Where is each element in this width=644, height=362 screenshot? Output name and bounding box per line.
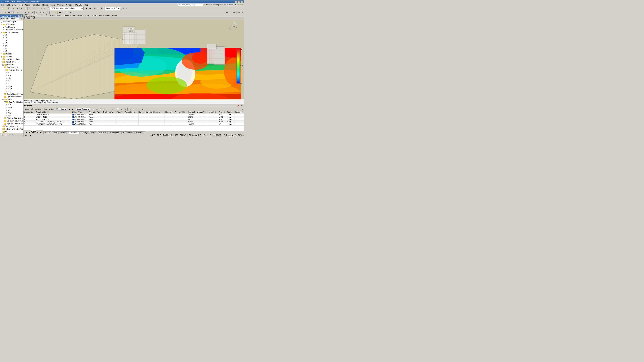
maximize-button[interactable]: □ bbox=[238, 0, 240, 3]
menu-cad-bim[interactable]: CAD-BIM bbox=[74, 4, 83, 6]
tree-uD[interactable]: uD bbox=[2, 34, 23, 36]
tb-prev-obj[interactable]: ◀ bbox=[68, 107, 71, 111]
pg-prev[interactable]: ◀ bbox=[28, 130, 31, 134]
tree-contact-stress[interactable]: Contact Stresses bbox=[2, 125, 23, 128]
toggle-static[interactable]: − bbox=[1, 21, 2, 23]
tb2-i[interactable]: ◯ bbox=[62, 11, 65, 14]
structure-dropdown[interactable]: Structure bbox=[56, 108, 67, 110]
menu-assign[interactable]: Assign bbox=[24, 4, 31, 6]
tree-local-def[interactable]: Local Deformations bbox=[2, 58, 23, 61]
th-mass[interactable]: Mass M [t] bbox=[208, 111, 218, 113]
tb2-solid[interactable]: 🔲 bbox=[11, 11, 14, 14]
tb-next-obj[interactable]: ▶ bbox=[71, 107, 74, 111]
tb-chart[interactable]: 📊 bbox=[116, 107, 120, 111]
menu-calculate[interactable]: Calculate bbox=[32, 4, 41, 6]
menu-insert[interactable]: Insert bbox=[17, 4, 24, 6]
menu-results[interactable]: Results bbox=[42, 4, 50, 6]
status-snap[interactable]: SNAP bbox=[150, 134, 155, 137]
th-volume[interactable]: Volume [m³] bbox=[196, 111, 208, 113]
tree-max-total[interactable]: Maximum Total Strains bbox=[4, 120, 23, 122]
status-gulines[interactable]: GULINES bbox=[170, 134, 178, 137]
tree-sigma1-m[interactable]: σ1,m bbox=[5, 85, 23, 87]
tree-differences[interactable]: Differences to initial state bbox=[2, 28, 23, 31]
menu-options[interactable]: Options bbox=[56, 4, 64, 6]
tab-members[interactable]: Members bbox=[59, 131, 69, 134]
tree-elastic-stress[interactable]: Elastic Stress Components bbox=[4, 93, 23, 95]
tb2-snap3[interactable]: ⊟ bbox=[42, 11, 46, 14]
tb-open[interactable]: 📂 bbox=[4, 7, 7, 10]
table-row[interactable]: 116,17,28,65-47,18 Without Thick...Plane… bbox=[24, 113, 244, 116]
status-bgrid[interactable]: BGRID bbox=[163, 134, 169, 137]
tb2-snap1[interactable]: ⌂ bbox=[35, 11, 38, 14]
tb2-snap2[interactable]: ⊞ bbox=[38, 11, 42, 14]
tree-uZ[interactable]: uZ bbox=[2, 42, 23, 44]
tb-calc1[interactable]: Σ bbox=[128, 107, 132, 111]
panel-pin-icon[interactable]: 📌 bbox=[18, 15, 20, 17]
toggle-type[interactable]: − bbox=[1, 24, 2, 25]
tree-eyy-plus[interactable]: εyy+ bbox=[5, 106, 23, 109]
th-boundary[interactable]: Boundary Lines No. bbox=[35, 111, 71, 113]
viewport[interactable]: 1 - Global XYZ bbox=[24, 17, 244, 99]
tree-eyy-minus[interactable]: εyy- bbox=[5, 114, 23, 117]
panel-btn-1[interactable]: 📊 bbox=[0, 133, 4, 137]
table-row[interactable]: 44-9,26,37-58,270 Without Thick...Plane6… bbox=[24, 118, 244, 120]
tree-sigma1p[interactable]: σ1+ bbox=[5, 71, 23, 74]
tb-search[interactable]: 🔍 bbox=[124, 107, 127, 111]
tree-phiY[interactable]: φY bbox=[2, 47, 23, 50]
tb-print[interactable]: 🖨 bbox=[20, 7, 23, 10]
tb-select[interactable]: ↖ bbox=[40, 7, 43, 10]
tb2-surface[interactable]: ⬛ bbox=[8, 11, 11, 14]
view-dropdown[interactable]: 1 - Global XYZ bbox=[104, 7, 120, 10]
tree-basic-total-strains[interactable]: − Basic Total Strains bbox=[4, 101, 23, 104]
tree-type-of-results[interactable]: − Type of results bbox=[0, 23, 23, 26]
th-lines[interactable]: Lines No. bbox=[164, 111, 174, 113]
tb-undo[interactable]: ↩ bbox=[12, 7, 15, 10]
tb-zoom-fit[interactable]: ⊡ bbox=[35, 7, 38, 10]
tab-line-sets[interactable]: Line Sets bbox=[98, 131, 108, 134]
tb2-b[interactable]: B bbox=[19, 11, 22, 14]
tb2-snap4[interactable]: ⊠ bbox=[46, 11, 49, 14]
panel-btn-4[interactable]: 🔧 bbox=[11, 133, 14, 137]
tree-static-analysis[interactable]: − Static Analysis bbox=[0, 20, 23, 23]
tb2-view1[interactable]: XY bbox=[226, 11, 229, 14]
th-thickness[interactable]: Thickness No. bbox=[102, 111, 116, 113]
tb-zoom-out[interactable]: 🔎 bbox=[32, 7, 35, 10]
navigator-dropdown[interactable]: Navigator - Results bbox=[0, 17, 20, 20]
tb2-line[interactable]: ╱ bbox=[4, 11, 7, 14]
toggle-members[interactable]: + bbox=[1, 53, 2, 55]
tb-move[interactable]: ✛ bbox=[43, 7, 46, 10]
th-material[interactable]: Material bbox=[116, 111, 124, 113]
menu-tools[interactable]: Tools bbox=[50, 4, 56, 6]
tb2-a[interactable]: A bbox=[16, 11, 19, 14]
tree-sigma2m[interactable]: σ2- bbox=[5, 79, 23, 82]
tb-export[interactable]: ⬇ bbox=[111, 107, 114, 111]
tree-uX[interactable]: uX bbox=[2, 36, 23, 39]
tb2-view4[interactable]: 3D bbox=[237, 11, 240, 14]
tb2-e[interactable]: ⊖ bbox=[30, 11, 34, 14]
tb2-persp[interactable]: P bbox=[240, 11, 244, 14]
tree-gamma-xy[interactable]: γxy bbox=[5, 112, 23, 114]
tree-phiX[interactable]: φX bbox=[2, 44, 23, 47]
table-row[interactable]: 51,2,14,271,270-65,28-33,66,69,262,262..… bbox=[24, 121, 244, 123]
status-osnap[interactable]: OSNAP bbox=[180, 134, 186, 137]
tree-sigma2-m[interactable]: σ2,m bbox=[5, 87, 23, 90]
pg-last[interactable]: ▶| bbox=[40, 130, 43, 134]
menu-file[interactable]: File bbox=[0, 4, 5, 6]
tb-more2[interactable]: ≡ bbox=[125, 7, 128, 10]
tree-sigma2p[interactable]: σ2+ bbox=[5, 77, 23, 79]
tree-isotropic[interactable]: Isotropic Characteristics bbox=[2, 128, 23, 130]
panel-btn-2[interactable]: 📈 bbox=[4, 133, 7, 137]
tb-zoom-in[interactable]: 🔍 bbox=[28, 7, 31, 10]
tb-add[interactable]: + bbox=[92, 107, 95, 111]
tree-ex-plus[interactable]: εx+ bbox=[5, 104, 23, 106]
edit-btn[interactable]: Edit bbox=[30, 107, 34, 111]
table-row[interactable]: 7273,274,388,403-397,470-459,275 Without… bbox=[24, 123, 244, 125]
load-case-dropdown[interactable]: CO2 : LC1 + LC2 + LC3 + LC4 bbox=[50, 7, 84, 10]
menu-edit[interactable]: Edit bbox=[6, 4, 11, 6]
toggle-bts[interactable]: − bbox=[4, 101, 6, 103]
tb-solid-view[interactable]: ⬛ bbox=[100, 7, 103, 10]
pg-first[interactable]: |◀ bbox=[24, 130, 28, 134]
toggle-global[interactable]: − bbox=[1, 32, 2, 33]
panel-btn-3[interactable]: ⚙ bbox=[8, 133, 11, 137]
close-button[interactable]: ✕ bbox=[241, 0, 244, 3]
